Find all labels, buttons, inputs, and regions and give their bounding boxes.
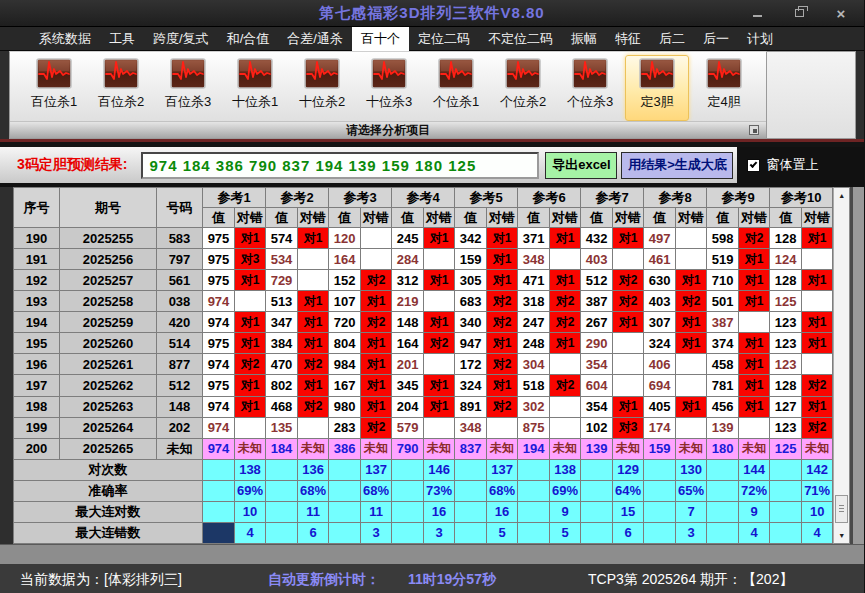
judge-cell[interactable]: 对1 bbox=[235, 270, 266, 291]
menu-item-1[interactable]: 工具 bbox=[100, 26, 144, 52]
summary-spacer-cell[interactable] bbox=[392, 480, 424, 501]
value-cell[interactable]: 471 bbox=[518, 270, 550, 291]
judge-cell[interactable]: 对1 bbox=[613, 396, 644, 417]
summary-spacer-cell[interactable] bbox=[392, 459, 424, 480]
judge-cell[interactable]: 对2 bbox=[298, 354, 329, 375]
judge-cell[interactable] bbox=[613, 333, 644, 354]
judge-cell[interactable] bbox=[802, 291, 833, 312]
value-cell[interactable]: 318 bbox=[518, 291, 550, 312]
summary-value-cell[interactable]: 73% bbox=[424, 480, 455, 501]
value-cell[interactable]: 247 bbox=[518, 312, 550, 333]
judge-cell[interactable]: 对2 bbox=[550, 291, 581, 312]
value-cell[interactable]: 290 bbox=[581, 333, 613, 354]
judge-cell[interactable]: 对1 bbox=[739, 333, 770, 354]
judge-cell[interactable]: 对2 bbox=[550, 375, 581, 396]
summary-value-cell[interactable]: 136 bbox=[298, 459, 329, 480]
value-cell[interactable]: 152 bbox=[329, 270, 361, 291]
judge-cell[interactable]: 对1 bbox=[361, 396, 392, 417]
judge-cell[interactable]: 对1 bbox=[298, 228, 329, 249]
toolbar-button-10[interactable]: 定4胆 bbox=[692, 55, 756, 121]
value-cell[interactable]: 974 bbox=[203, 291, 235, 312]
judge-cell[interactable] bbox=[550, 417, 581, 438]
summary-spacer-cell[interactable] bbox=[329, 522, 361, 543]
menu-item-10[interactable]: 后二 bbox=[650, 26, 694, 52]
value-cell[interactable]: 340 bbox=[455, 312, 487, 333]
toolbar-button-2[interactable]: 百位杀3 bbox=[156, 55, 220, 121]
value-cell[interactable]: 461 bbox=[644, 249, 676, 270]
value-cell[interactable]: 974 bbox=[203, 354, 235, 375]
value-cell[interactable]: 135 bbox=[266, 417, 298, 438]
summary-value-cell[interactable]: 137 bbox=[361, 459, 392, 480]
value-cell[interactable]: 123 bbox=[770, 312, 802, 333]
summary-value-cell[interactable]: 129 bbox=[613, 459, 644, 480]
judge-cell[interactable]: 对1 bbox=[361, 354, 392, 375]
judge-cell[interactable]: 对1 bbox=[424, 312, 455, 333]
summary-value-cell[interactable]: 144 bbox=[739, 459, 770, 480]
value-cell[interactable]: 458 bbox=[707, 354, 739, 375]
value-cell[interactable]: 837 bbox=[455, 438, 487, 459]
judge-cell[interactable]: 对1 bbox=[802, 396, 833, 417]
menu-item-0[interactable]: 系统数据 bbox=[30, 26, 100, 52]
value-cell[interactable]: 194 bbox=[518, 438, 550, 459]
judge-cell[interactable] bbox=[298, 417, 329, 438]
judge-cell[interactable]: 对1 bbox=[802, 228, 833, 249]
value-cell[interactable]: 790 bbox=[392, 438, 424, 459]
close-button[interactable]: × bbox=[834, 6, 848, 20]
judge-cell[interactable] bbox=[424, 417, 455, 438]
menu-item-9[interactable]: 特征 bbox=[606, 26, 650, 52]
value-cell[interactable]: 975 bbox=[203, 228, 235, 249]
value-cell[interactable]: 534 bbox=[266, 249, 298, 270]
summary-spacer-cell[interactable] bbox=[203, 480, 235, 501]
value-cell[interactable]: 348 bbox=[455, 417, 487, 438]
summary-spacer-cell[interactable] bbox=[266, 459, 298, 480]
judge-cell[interactable]: 对3 bbox=[235, 249, 266, 270]
judge-cell[interactable]: 对2 bbox=[235, 354, 266, 375]
summary-value-cell[interactable]: 6 bbox=[613, 522, 644, 543]
toolbar-button-7[interactable]: 个位杀2 bbox=[491, 55, 555, 121]
judge-cell[interactable]: 对2 bbox=[361, 270, 392, 291]
judge-cell[interactable]: 对1 bbox=[235, 228, 266, 249]
menu-item-5[interactable]: 百十个 bbox=[352, 26, 409, 52]
summary-value-cell[interactable]: 137 bbox=[487, 459, 518, 480]
summary-spacer-cell[interactable] bbox=[707, 501, 739, 522]
value-cell[interactable]: 386 bbox=[329, 438, 361, 459]
summary-spacer-cell[interactable] bbox=[203, 459, 235, 480]
judge-cell[interactable] bbox=[424, 291, 455, 312]
value-cell[interactable]: 342 bbox=[455, 228, 487, 249]
summary-spacer-cell[interactable] bbox=[266, 480, 298, 501]
judge-cell[interactable]: 未知 bbox=[487, 438, 518, 459]
value-cell[interactable]: 579 bbox=[392, 417, 424, 438]
summary-spacer-cell[interactable] bbox=[329, 459, 361, 480]
judge-cell[interactable]: 对1 bbox=[424, 270, 455, 291]
judge-cell[interactable]: 对2 bbox=[613, 291, 644, 312]
judge-cell[interactable]: 对1 bbox=[361, 375, 392, 396]
summary-value-cell[interactable]: 64% bbox=[613, 480, 644, 501]
summary-spacer-cell[interactable] bbox=[770, 501, 802, 522]
judge-cell[interactable]: 对2 bbox=[487, 312, 518, 333]
toolbar-button-0[interactable]: 百位杀1 bbox=[22, 55, 86, 121]
judge-cell[interactable]: 对1 bbox=[739, 270, 770, 291]
value-cell[interactable]: 302 bbox=[518, 396, 550, 417]
summary-spacer-cell[interactable] bbox=[329, 501, 361, 522]
value-cell[interactable]: 891 bbox=[455, 396, 487, 417]
value-cell[interactable]: 123 bbox=[770, 417, 802, 438]
value-cell[interactable]: 283 bbox=[329, 417, 361, 438]
value-cell[interactable]: 139 bbox=[707, 417, 739, 438]
generate-bottom-pool-button[interactable]: 用结果>生成大底 bbox=[621, 152, 733, 179]
summary-spacer-cell[interactable] bbox=[707, 522, 739, 543]
vertical-scrollbar[interactable]: ▲ ▼ bbox=[833, 187, 850, 544]
value-cell[interactable]: 159 bbox=[644, 438, 676, 459]
value-cell[interactable]: 729 bbox=[266, 270, 298, 291]
value-cell[interactable]: 125 bbox=[770, 291, 802, 312]
judge-cell[interactable] bbox=[739, 417, 770, 438]
title-bar[interactable]: 第七感福彩3D排列三软件V8.80 × bbox=[0, 0, 864, 27]
toolbar-button-6[interactable]: 个位杀1 bbox=[424, 55, 488, 121]
judge-cell[interactable]: 对1 bbox=[424, 228, 455, 249]
judge-cell[interactable]: 对1 bbox=[235, 333, 266, 354]
judge-cell[interactable] bbox=[235, 291, 266, 312]
value-cell[interactable]: 123 bbox=[770, 354, 802, 375]
summary-value-cell[interactable]: 138 bbox=[550, 459, 581, 480]
value-cell[interactable]: 307 bbox=[644, 312, 676, 333]
value-cell[interactable]: 128 bbox=[770, 270, 802, 291]
value-cell[interactable]: 148 bbox=[392, 312, 424, 333]
